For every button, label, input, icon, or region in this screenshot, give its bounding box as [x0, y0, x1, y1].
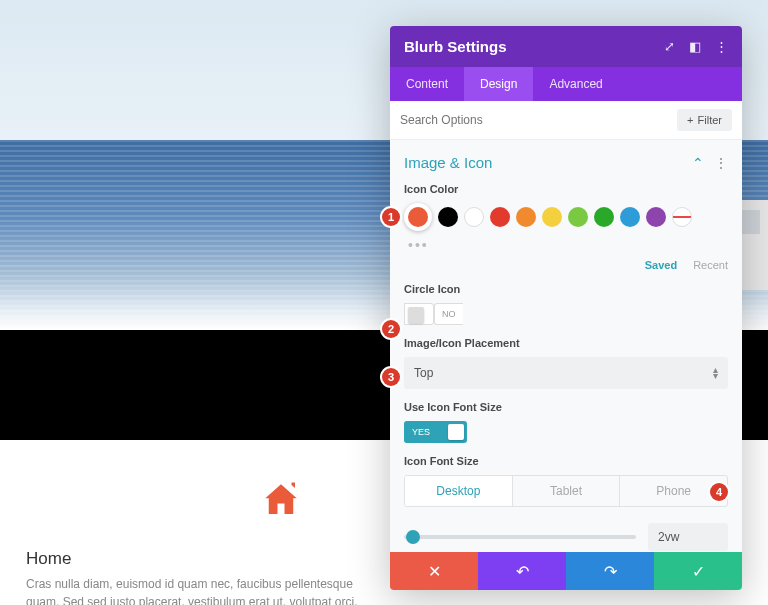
swatch-selected-wrap[interactable] — [404, 203, 432, 231]
section-menu-icon[interactable]: ⋮ — [714, 155, 728, 171]
swatch-orange[interactable] — [516, 207, 536, 227]
undo-button[interactable]: ↶ — [478, 552, 566, 590]
plus-icon: + — [687, 114, 693, 126]
swatch-recent-link[interactable]: Recent — [693, 259, 728, 271]
blurb-preview: Home Cras nulla diam, euismod id quam ne… — [26, 495, 366, 605]
swatch-lime[interactable] — [568, 207, 588, 227]
swatch-yellow[interactable] — [542, 207, 562, 227]
font-size-slider[interactable] — [404, 535, 636, 539]
icon-color-label: Icon Color — [404, 183, 728, 195]
icon-font-size-label: Icon Font Size — [404, 455, 728, 467]
font-size-input[interactable] — [648, 523, 728, 551]
swatch-blue[interactable] — [620, 207, 640, 227]
swatch-saved-link[interactable]: Saved — [645, 259, 677, 271]
swatch-green[interactable] — [594, 207, 614, 227]
swatch-white[interactable] — [464, 207, 484, 227]
swatch-purple[interactable] — [646, 207, 666, 227]
swatch-selected[interactable] — [408, 207, 428, 227]
device-tabs: Desktop Tablet Phone — [404, 475, 728, 507]
blurb-body: Cras nulla diam, euismod id quam nec, fa… — [26, 575, 366, 605]
toggle-track[interactable] — [404, 303, 434, 325]
panel-body: Image & Icon ⌃ ⋮ Icon Color ••• — [390, 140, 742, 552]
section-image-icon[interactable]: Image & Icon — [404, 154, 492, 171]
callout-badge-2: 2 — [382, 320, 400, 338]
search-input[interactable] — [400, 113, 677, 127]
blurb-title: Home — [26, 549, 366, 569]
tab-bar: Content Design Advanced — [390, 67, 742, 101]
callout-badge-3: 3 — [382, 368, 400, 386]
slider-thumb[interactable] — [406, 530, 420, 544]
redo-button[interactable]: ↷ — [566, 552, 654, 590]
panel-header[interactable]: Blurb Settings ⤢ ◧ ⋮ — [390, 26, 742, 67]
chevron-up-icon[interactable]: ⌃ — [692, 155, 704, 171]
panel-title: Blurb Settings — [404, 38, 507, 55]
menu-icon[interactable]: ⋮ — [715, 39, 728, 54]
cancel-button[interactable]: ✕ — [390, 552, 478, 590]
home-icon — [196, 479, 366, 531]
device-tab-tablet[interactable]: Tablet — [513, 476, 621, 506]
placement-value: Top — [414, 366, 433, 380]
filter-label: Filter — [698, 114, 722, 126]
circle-icon-label: Circle Icon — [404, 283, 728, 295]
use-icon-font-size-label: Use Icon Font Size — [404, 401, 728, 413]
snap-icon[interactable]: ◧ — [689, 39, 701, 54]
device-tab-desktop[interactable]: Desktop — [405, 476, 513, 506]
expand-icon[interactable]: ⤢ — [664, 39, 675, 54]
tab-content[interactable]: Content — [390, 67, 464, 101]
toggle-track[interactable] — [437, 421, 467, 443]
placement-select[interactable]: Top ▴▾ — [404, 357, 728, 389]
select-caret-icon: ▴▾ — [713, 367, 718, 379]
search-row: + Filter — [390, 101, 742, 140]
circle-icon-toggle[interactable]: NO — [404, 303, 728, 325]
tab-advanced[interactable]: Advanced — [533, 67, 618, 101]
more-swatches-icon[interactable]: ••• — [408, 237, 429, 253]
tab-design[interactable]: Design — [464, 67, 533, 101]
use-icon-font-size-toggle[interactable]: YES — [404, 421, 728, 443]
toggle-label-yes: YES — [404, 421, 437, 443]
toggle-label-no: NO — [434, 303, 463, 325]
save-button[interactable]: ✓ — [654, 552, 742, 590]
bottom-actions: ✕ ↶ ↷ ✓ — [390, 552, 742, 590]
callout-badge-1: 1 — [382, 208, 400, 226]
callout-badge-4: 4 — [710, 483, 728, 501]
swatch-none[interactable] — [672, 207, 692, 227]
swatch-black[interactable] — [438, 207, 458, 227]
swatch-red[interactable] — [490, 207, 510, 227]
placement-label: Image/Icon Placement — [404, 337, 728, 349]
filter-button[interactable]: + Filter — [677, 109, 732, 131]
settings-panel: Blurb Settings ⤢ ◧ ⋮ Content Design Adva… — [390, 26, 742, 590]
color-swatches — [404, 203, 728, 231]
